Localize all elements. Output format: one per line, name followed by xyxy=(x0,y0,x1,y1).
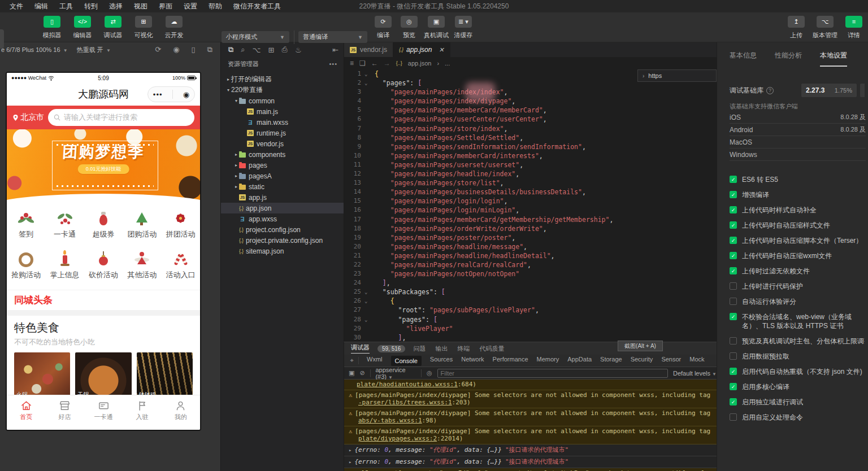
devtools-tab-appdata[interactable]: AppData xyxy=(567,356,592,366)
调试器-button[interactable]: ⇄调试器 xyxy=(101,16,125,40)
setting-checkbox[interactable]: 自动运行体验评分 xyxy=(730,297,865,306)
tab-flag[interactable]: 入驻 xyxy=(123,395,161,430)
search-icon[interactable]: ⌕ xyxy=(241,45,245,54)
capsule-menu[interactable]: ••• ◉ xyxy=(147,86,195,102)
multi-window-icon[interactable]: ⧉ xyxy=(207,45,212,54)
bookmark-icon[interactable]: ❏ xyxy=(359,59,366,67)
base-lib-select[interactable]: 2.27.3 1.75% xyxy=(801,84,857,97)
settings-tab-性能分析[interactable]: 性能分析 xyxy=(775,51,802,67)
breadcrumb-more[interactable]: ... xyxy=(445,60,450,67)
devtools-tab-sources[interactable]: Sources xyxy=(430,356,453,366)
devtools-tab-mock[interactable]: Mock xyxy=(689,356,704,366)
mode-select[interactable]: 小程序模式 ▼ xyxy=(222,31,289,43)
setting-checkbox[interactable]: ✓上传代码时自动压缩脚本文件（Terser） xyxy=(730,236,865,245)
tree-item-app.wxss[interactable]: Ǝapp.wxss xyxy=(221,213,344,224)
tree-item-vendor.js[interactable]: JSvendor.js xyxy=(221,138,344,149)
save-all-icon[interactable]: ⎙ xyxy=(281,45,287,54)
menu-item[interactable]: 编辑 xyxy=(29,1,53,12)
tree-item-sitemap.json[interactable]: {..}sitemap.json xyxy=(221,246,344,256)
详情-button[interactable]: ≡详情 xyxy=(844,16,863,40)
tree-item-220带直播[interactable]: ▾220带直播 xyxy=(221,85,344,95)
console-message[interactable]: plate/haodiantoutiao.wxss:1:684) xyxy=(344,380,717,390)
food-card[interactable]: 钵钵鸡 xyxy=(137,352,193,401)
clear-console-icon[interactable]: ⊘ xyxy=(359,369,364,377)
devtools-tab-sensor[interactable]: Sensor xyxy=(661,356,681,366)
expand-icon[interactable]: ▸ xyxy=(349,459,351,465)
上传-button[interactable]: ↥上传 xyxy=(787,16,806,40)
编辑器-button[interactable]: </>编辑器 xyxy=(70,16,95,40)
food-card[interactable]: 干锅 xyxy=(75,352,131,401)
collapse-panel-icon[interactable]: ⇤ xyxy=(332,46,338,54)
menu-item[interactable]: 视图 xyxy=(129,1,153,12)
tree-item-main.wxss[interactable]: Ǝmain.wxss xyxy=(221,117,344,128)
menu-item[interactable]: 帮助 xyxy=(203,1,227,12)
tab-card[interactable]: 一卡通 xyxy=(84,395,123,430)
setting-checkbox[interactable]: ✓上传代码时自动压缩wxml文件 xyxy=(730,251,865,260)
devtools-tab-memory[interactable]: Memory xyxy=(537,356,559,366)
grid-entry-mistletoe[interactable]: 签到 xyxy=(7,208,45,249)
extensions-icon[interactable]: ⊞ xyxy=(268,46,275,54)
setting-checkbox[interactable]: 启用数据预拉取 xyxy=(730,352,865,361)
fold-icon[interactable]: ⌄ xyxy=(364,287,367,296)
show-sidebar-icon[interactable]: ▣ xyxy=(349,369,354,377)
grid-entry-angel[interactable]: 其他活动 xyxy=(123,249,161,290)
close-target-icon[interactable]: ◉ xyxy=(183,90,189,99)
help-icon[interactable]: ? xyxy=(766,87,774,94)
eye-icon[interactable]: ◎ xyxy=(427,369,432,377)
expand-icon[interactable]: ▸ xyxy=(349,447,351,453)
grid-entry-candy[interactable]: 活动入口 xyxy=(162,249,200,290)
tree-item-runtime.js[interactable]: JSruntime.js xyxy=(221,128,344,138)
setting-checkbox[interactable]: ✓启用代码自动热重载（不支持 json 文件) xyxy=(730,367,865,376)
tree-item-static[interactable]: ▸static xyxy=(221,181,344,192)
grid-entry-bulb[interactable]: 超级券 xyxy=(84,208,123,249)
menu-item[interactable]: 文件 xyxy=(5,1,28,12)
back-icon[interactable]: ← xyxy=(371,59,378,67)
console-link[interactable]: plate/diypages.wxss:2 xyxy=(358,435,437,442)
levels-select[interactable]: Default levels ▼ xyxy=(673,370,717,377)
rotate-device-icon[interactable]: ▯ xyxy=(192,45,196,54)
search-input[interactable]: 请输入关键字进行搜索 xyxy=(48,109,194,126)
console-link[interactable]: abs/v-tabs.wxss:1 xyxy=(358,417,422,424)
setting-checkbox[interactable]: ✓上传代码时样式自动补全 xyxy=(730,206,865,215)
console-message[interactable]: ⚠[pages/mainPages/index/diypage] Some se… xyxy=(344,390,717,408)
fold-icon[interactable]: ⌄ xyxy=(364,78,367,88)
more-actions-icon[interactable]: ••• xyxy=(329,60,337,67)
setting-checkbox[interactable]: ✓启用独立域进行调试 xyxy=(730,398,865,407)
setting-checkbox[interactable]: 启用自定义处理命令 xyxy=(730,413,865,422)
menu-item[interactable]: 界面 xyxy=(154,1,177,12)
settings-tab-本地设置[interactable]: 本地设置 xyxy=(820,51,847,67)
fold-icon[interactable]: ⌄ xyxy=(364,69,367,78)
版本管理-button[interactable]: ⌥版本管理 xyxy=(813,16,837,40)
grid-entry-poinsettia[interactable]: 拼团活动 xyxy=(162,208,200,249)
tree-item-main.js[interactable]: JSmain.js xyxy=(221,106,344,117)
tree-item-pages[interactable]: ▸pages xyxy=(221,160,344,171)
editor-tab-app.json[interactable]: {..}app.json✕ xyxy=(393,42,450,57)
tree-item-project.private.config.json[interactable]: {..}project.private.config.json xyxy=(221,235,344,246)
tree-item-project.config.json[interactable]: {..}project.config.json xyxy=(221,224,344,235)
setting-checkbox[interactable]: 上传时进行代码保护 xyxy=(730,282,865,291)
menu-item[interactable]: 设置 xyxy=(179,1,202,12)
console-message[interactable]: ⚠[pages/mainPages/index/diypage] Some se… xyxy=(344,426,717,444)
console-message[interactable]: ▸{errno: 0, message: "代理id", data: {…}}"… xyxy=(344,456,717,468)
setting-checkbox[interactable]: ✓不校验合法域名、web-view（业务域名）、TLS 版本以及 HTTPS 证… xyxy=(730,312,865,330)
tree-item-app.js[interactable]: JSapp.js xyxy=(221,192,344,203)
tab-user[interactable]: 我的 xyxy=(162,395,200,430)
context-select[interactable]: appservice (#3) ▼ xyxy=(375,367,416,380)
setting-checkbox[interactable]: ✓增强编译 xyxy=(730,190,865,199)
forward-icon[interactable]: → xyxy=(384,59,390,67)
云开发-button[interactable]: ☁云开发 xyxy=(162,16,186,40)
tree-item-打开的编辑器[interactable]: ▸打开的编辑器 xyxy=(221,74,344,85)
grid-entry-holly[interactable]: 一卡通 xyxy=(45,208,84,249)
edge-button[interactable] xyxy=(0,29,4,49)
food-card[interactable]: 火锅 xyxy=(14,352,70,401)
breadcrumb-file[interactable]: app.json xyxy=(408,60,432,67)
tree-item-app.json[interactable]: {..}app.json xyxy=(221,203,344,213)
settings-tab-基本信息[interactable]: 基本信息 xyxy=(730,51,757,67)
promo-banner[interactable]: 团购梦想季 0.01元抢好技能 xyxy=(7,129,200,204)
devtools-tab-security[interactable]: Security xyxy=(631,356,653,366)
console-message[interactable]: ⚠[pages/mainPages/index/diypage] Some se… xyxy=(344,408,717,426)
menu-item[interactable]: 转到 xyxy=(79,1,103,12)
peek-https-widget[interactable]: › https xyxy=(637,69,717,82)
可视化-button[interactable]: ⊞可视化 xyxy=(131,16,156,40)
files-icon[interactable]: ⧉ xyxy=(228,45,233,54)
